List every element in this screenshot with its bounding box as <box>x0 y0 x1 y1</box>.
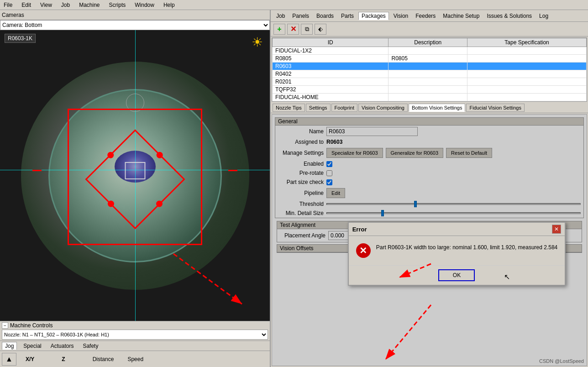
table-row-selected[interactable]: R0603 <box>273 63 587 70</box>
table-row[interactable]: FIDUCIAL-HOME <box>273 94 587 101</box>
tab-log[interactable]: Log <box>536 12 551 20</box>
menu-window[interactable]: Window <box>133 1 156 9</box>
settings-tab-nozzle-tips[interactable]: Nozzle Tips <box>273 104 305 112</box>
pkg-id: R0603 <box>273 63 388 70</box>
pkg-tape <box>467 86 587 94</box>
z-label: Z <box>62 356 65 362</box>
tab-boards[interactable]: Boards <box>314 12 336 20</box>
left-panel: Cameras Camera: Bottom <box>0 10 271 367</box>
tab-machine-setup[interactable]: Machine Setup <box>440 12 482 20</box>
pkg-desc <box>388 86 467 94</box>
tab-feeders[interactable]: Feeders <box>413 12 438 20</box>
settings-tab-vision-compositing[interactable]: Vision Compositing <box>358 104 408 112</box>
pkg-tape <box>467 47 587 55</box>
error-dialog-ok-btn[interactable]: OK <box>438 269 475 281</box>
pkg-desc <box>388 70 467 78</box>
pkg-id: FIDUCIAL-1X2 <box>273 47 388 55</box>
cameras-label: Cameras <box>2 12 24 18</box>
pkg-id: R0201 <box>273 78 388 86</box>
package-table: ID Description Tape Specification FIDUCI… <box>272 38 587 101</box>
inner-white-square <box>125 162 145 179</box>
table-row[interactable]: R0402 <box>273 70 587 78</box>
main-layout: Cameras Camera: Bottom <box>0 10 588 367</box>
speed-label: Speed <box>127 356 143 362</box>
sun-icon[interactable]: ☀ <box>249 34 265 50</box>
copy-package-btn[interactable]: ⧉ <box>301 24 313 35</box>
menu-view[interactable]: View <box>38 1 54 9</box>
package-table-container: ID Description Tape Specification FIDUCI… <box>272 37 587 102</box>
table-row[interactable]: R0805 R0805 <box>273 55 587 63</box>
camera-view: R0603-1K ☀ <box>0 30 270 321</box>
pkg-desc <box>388 63 467 70</box>
machine-controls: − Machine Controls Nozzle: N1 – NT1_502 … <box>0 321 270 341</box>
settings-tab-footprint[interactable]: Footprint <box>331 104 357 112</box>
right-panel: Job Panels Boards Parts Packages Vision … <box>271 10 588 367</box>
pkg-tape <box>467 78 587 86</box>
machine-controls-label: Machine Controls <box>10 322 52 329</box>
tab-special[interactable]: Special <box>21 342 44 350</box>
tab-vision[interactable]: Vision <box>391 12 411 20</box>
jog-tab-bar: Jog Special Actuators Safety <box>0 341 270 351</box>
svg-line-3 <box>385 305 431 360</box>
tick-left <box>32 170 42 171</box>
top-tab-bar: Job Panels Boards Parts Packages Vision … <box>271 10 588 22</box>
settings-tab-bottom-vision[interactable]: Bottom Vision Settings <box>409 104 465 112</box>
settings-tab-settings[interactable]: Settings <box>306 104 331 112</box>
pkg-desc <box>388 47 467 55</box>
move-up-btn[interactable]: ▲ <box>2 353 16 366</box>
camera-section-header: Cameras <box>0 10 270 20</box>
col-tape: Tape Specification <box>467 38 587 47</box>
menu-file[interactable]: File <box>2 1 14 9</box>
tab-parts[interactable]: Parts <box>338 12 357 20</box>
menu-job[interactable]: Job <box>59 1 72 9</box>
xy-label: X/Y <box>26 356 34 362</box>
table-row[interactable]: R0201 <box>273 78 587 86</box>
error-dialog-body: ✕ Part R0603-1K width too large: nominal… <box>349 236 565 265</box>
tab-jog[interactable]: Jog <box>2 342 17 350</box>
tab-issues-solutions[interactable]: Issues & Solutions <box>484 12 535 20</box>
settings-tab-fiducial-vision[interactable]: Fiducial Vision Settings <box>466 104 525 112</box>
tab-safety[interactable]: Safety <box>80 342 101 350</box>
settings-tab-bar: Nozzle Tips Settings Footprint Vision Co… <box>271 103 588 113</box>
menu-machine[interactable]: Machine <box>77 1 101 9</box>
menu-bar: File Edit View Job Machine Scripts Windo… <box>0 0 588 10</box>
col-id: ID <box>273 38 388 47</box>
pkg-tape <box>467 63 587 70</box>
tab-packages[interactable]: Packages <box>358 12 389 20</box>
component-label: R0603-1K <box>5 34 36 43</box>
add-package-btn[interactable]: + <box>273 24 285 35</box>
nozzle-select[interactable]: Nozzle: N1 – NT1_502 – R0603-1K (Head: H… <box>2 330 268 340</box>
pkg-tape <box>467 70 587 78</box>
tab-job[interactable]: Job <box>273 12 288 20</box>
tick-right <box>228 170 237 171</box>
tab-panels[interactable]: Panels <box>289 12 312 20</box>
table-row[interactable]: TQFP32 <box>273 86 587 94</box>
table-row[interactable]: FIDUCIAL-1X2 <box>273 47 587 55</box>
menu-edit[interactable]: Edit <box>20 1 33 9</box>
pkg-desc <box>388 78 467 86</box>
camera-select[interactable]: Camera: Bottom <box>0 20 270 30</box>
machine-controls-header: − Machine Controls <box>2 322 268 329</box>
error-dialog-title: Error <box>352 226 367 233</box>
settings-content: General Name Assigned to R0603 Manage Se… <box>272 114 587 366</box>
error-dialog-footer: OK <box>349 265 565 285</box>
pkg-id: R0402 <box>273 70 388 78</box>
menu-help[interactable]: Help <box>162 1 177 9</box>
col-description: Description <box>388 38 467 47</box>
pkg-tape <box>467 55 587 63</box>
pkg-id: FIDUCIAL-HOME <box>273 94 388 101</box>
pkg-tape <box>467 94 587 101</box>
error-icon: ✕ <box>356 243 371 258</box>
paste-package-btn[interactable]: ⬖ <box>315 24 326 35</box>
pkg-id: TQFP32 <box>273 86 388 94</box>
distance-label: Distance <box>93 356 114 362</box>
menu-scripts[interactable]: Scripts <box>107 1 128 9</box>
error-dialog-overlay: Error ✕ ✕ Part R0603-1K width too large:… <box>272 115 587 366</box>
axis-bar: ▲ X/Y Z Distance Speed <box>0 351 270 367</box>
tab-actuators[interactable]: Actuators <box>48 342 77 350</box>
collapse-machine-controls-btn[interactable]: − <box>2 322 8 329</box>
error-dialog-message: Part R0603-1K width too large: nominal 1… <box>376 243 558 252</box>
error-dialog-close-btn[interactable]: ✕ <box>552 225 561 234</box>
remove-package-btn[interactable]: ✕ <box>287 24 299 35</box>
pkg-desc: R0805 <box>388 55 467 63</box>
